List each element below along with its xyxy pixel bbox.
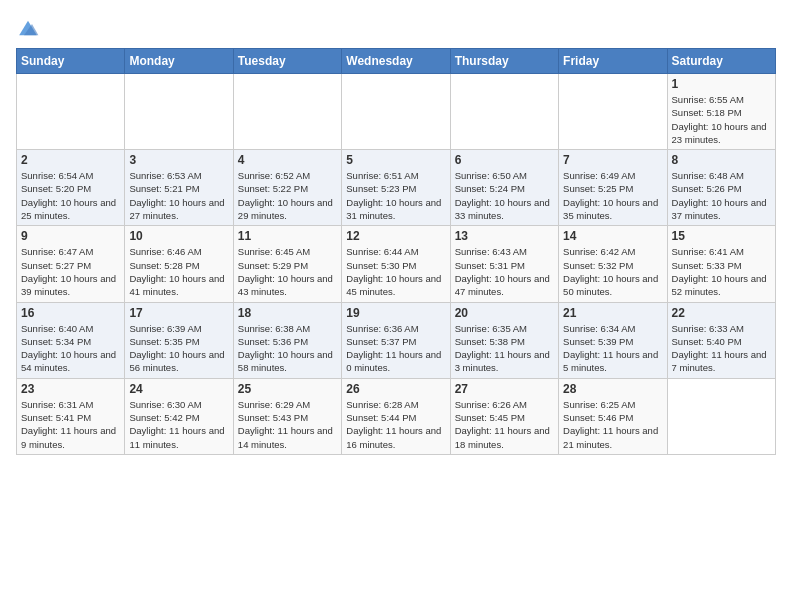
day-number: 25: [238, 382, 337, 396]
calendar-table: SundayMondayTuesdayWednesdayThursdayFrid…: [16, 48, 776, 455]
day-number: 5: [346, 153, 445, 167]
calendar-cell: 22Sunrise: 6:33 AM Sunset: 5:40 PM Dayli…: [667, 302, 775, 378]
day-number: 11: [238, 229, 337, 243]
calendar-cell: 10Sunrise: 6:46 AM Sunset: 5:28 PM Dayli…: [125, 226, 233, 302]
calendar-week-row: 2Sunrise: 6:54 AM Sunset: 5:20 PM Daylig…: [17, 150, 776, 226]
day-info: Sunrise: 6:35 AM Sunset: 5:38 PM Dayligh…: [455, 322, 554, 375]
calendar-cell: 26Sunrise: 6:28 AM Sunset: 5:44 PM Dayli…: [342, 378, 450, 454]
weekday-header: Wednesday: [342, 49, 450, 74]
day-info: Sunrise: 6:48 AM Sunset: 5:26 PM Dayligh…: [672, 169, 771, 222]
day-number: 20: [455, 306, 554, 320]
calendar-cell: 23Sunrise: 6:31 AM Sunset: 5:41 PM Dayli…: [17, 378, 125, 454]
day-info: Sunrise: 6:46 AM Sunset: 5:28 PM Dayligh…: [129, 245, 228, 298]
logo-icon: [16, 16, 40, 40]
day-number: 19: [346, 306, 445, 320]
day-info: Sunrise: 6:36 AM Sunset: 5:37 PM Dayligh…: [346, 322, 445, 375]
calendar-cell: 16Sunrise: 6:40 AM Sunset: 5:34 PM Dayli…: [17, 302, 125, 378]
day-info: Sunrise: 6:50 AM Sunset: 5:24 PM Dayligh…: [455, 169, 554, 222]
calendar-cell: 19Sunrise: 6:36 AM Sunset: 5:37 PM Dayli…: [342, 302, 450, 378]
calendar-cell: [559, 74, 667, 150]
day-number: 28: [563, 382, 662, 396]
day-number: 16: [21, 306, 120, 320]
day-number: 12: [346, 229, 445, 243]
day-info: Sunrise: 6:43 AM Sunset: 5:31 PM Dayligh…: [455, 245, 554, 298]
day-info: Sunrise: 6:39 AM Sunset: 5:35 PM Dayligh…: [129, 322, 228, 375]
calendar-cell: 24Sunrise: 6:30 AM Sunset: 5:42 PM Dayli…: [125, 378, 233, 454]
calendar-cell: 18Sunrise: 6:38 AM Sunset: 5:36 PM Dayli…: [233, 302, 341, 378]
calendar-cell: 27Sunrise: 6:26 AM Sunset: 5:45 PM Dayli…: [450, 378, 558, 454]
logo: [16, 16, 44, 40]
day-number: 13: [455, 229, 554, 243]
calendar-cell: 2Sunrise: 6:54 AM Sunset: 5:20 PM Daylig…: [17, 150, 125, 226]
calendar-cell: 8Sunrise: 6:48 AM Sunset: 5:26 PM Daylig…: [667, 150, 775, 226]
weekday-header-row: SundayMondayTuesdayWednesdayThursdayFrid…: [17, 49, 776, 74]
day-number: 4: [238, 153, 337, 167]
calendar-cell: 9Sunrise: 6:47 AM Sunset: 5:27 PM Daylig…: [17, 226, 125, 302]
calendar-cell: [342, 74, 450, 150]
calendar-cell: [450, 74, 558, 150]
day-info: Sunrise: 6:25 AM Sunset: 5:46 PM Dayligh…: [563, 398, 662, 451]
day-info: Sunrise: 6:41 AM Sunset: 5:33 PM Dayligh…: [672, 245, 771, 298]
day-number: 3: [129, 153, 228, 167]
day-number: 15: [672, 229, 771, 243]
day-number: 14: [563, 229, 662, 243]
day-info: Sunrise: 6:49 AM Sunset: 5:25 PM Dayligh…: [563, 169, 662, 222]
day-number: 18: [238, 306, 337, 320]
calendar-cell: [667, 378, 775, 454]
weekday-header: Tuesday: [233, 49, 341, 74]
calendar-cell: 4Sunrise: 6:52 AM Sunset: 5:22 PM Daylig…: [233, 150, 341, 226]
day-info: Sunrise: 6:45 AM Sunset: 5:29 PM Dayligh…: [238, 245, 337, 298]
day-info: Sunrise: 6:51 AM Sunset: 5:23 PM Dayligh…: [346, 169, 445, 222]
calendar-cell: 21Sunrise: 6:34 AM Sunset: 5:39 PM Dayli…: [559, 302, 667, 378]
day-info: Sunrise: 6:55 AM Sunset: 5:18 PM Dayligh…: [672, 93, 771, 146]
day-number: 27: [455, 382, 554, 396]
day-number: 2: [21, 153, 120, 167]
weekday-header: Friday: [559, 49, 667, 74]
day-info: Sunrise: 6:26 AM Sunset: 5:45 PM Dayligh…: [455, 398, 554, 451]
header: [16, 16, 776, 40]
day-number: 9: [21, 229, 120, 243]
day-number: 23: [21, 382, 120, 396]
day-number: 22: [672, 306, 771, 320]
day-number: 6: [455, 153, 554, 167]
day-info: Sunrise: 6:38 AM Sunset: 5:36 PM Dayligh…: [238, 322, 337, 375]
calendar-cell: 13Sunrise: 6:43 AM Sunset: 5:31 PM Dayli…: [450, 226, 558, 302]
day-number: 8: [672, 153, 771, 167]
calendar-cell: 12Sunrise: 6:44 AM Sunset: 5:30 PM Dayli…: [342, 226, 450, 302]
calendar-cell: 15Sunrise: 6:41 AM Sunset: 5:33 PM Dayli…: [667, 226, 775, 302]
day-number: 7: [563, 153, 662, 167]
day-info: Sunrise: 6:34 AM Sunset: 5:39 PM Dayligh…: [563, 322, 662, 375]
calendar-cell: [17, 74, 125, 150]
day-info: Sunrise: 6:31 AM Sunset: 5:41 PM Dayligh…: [21, 398, 120, 451]
weekday-header: Sunday: [17, 49, 125, 74]
calendar-cell: 17Sunrise: 6:39 AM Sunset: 5:35 PM Dayli…: [125, 302, 233, 378]
day-info: Sunrise: 6:42 AM Sunset: 5:32 PM Dayligh…: [563, 245, 662, 298]
day-info: Sunrise: 6:53 AM Sunset: 5:21 PM Dayligh…: [129, 169, 228, 222]
day-info: Sunrise: 6:40 AM Sunset: 5:34 PM Dayligh…: [21, 322, 120, 375]
day-number: 24: [129, 382, 228, 396]
calendar-cell: [233, 74, 341, 150]
calendar-cell: 1Sunrise: 6:55 AM Sunset: 5:18 PM Daylig…: [667, 74, 775, 150]
weekday-header: Thursday: [450, 49, 558, 74]
day-info: Sunrise: 6:28 AM Sunset: 5:44 PM Dayligh…: [346, 398, 445, 451]
calendar-cell: 7Sunrise: 6:49 AM Sunset: 5:25 PM Daylig…: [559, 150, 667, 226]
calendar-cell: 14Sunrise: 6:42 AM Sunset: 5:32 PM Dayli…: [559, 226, 667, 302]
calendar-cell: 3Sunrise: 6:53 AM Sunset: 5:21 PM Daylig…: [125, 150, 233, 226]
day-info: Sunrise: 6:30 AM Sunset: 5:42 PM Dayligh…: [129, 398, 228, 451]
day-number: 10: [129, 229, 228, 243]
calendar-week-row: 16Sunrise: 6:40 AM Sunset: 5:34 PM Dayli…: [17, 302, 776, 378]
calendar-cell: 5Sunrise: 6:51 AM Sunset: 5:23 PM Daylig…: [342, 150, 450, 226]
day-info: Sunrise: 6:29 AM Sunset: 5:43 PM Dayligh…: [238, 398, 337, 451]
day-number: 26: [346, 382, 445, 396]
calendar-cell: [125, 74, 233, 150]
day-info: Sunrise: 6:47 AM Sunset: 5:27 PM Dayligh…: [21, 245, 120, 298]
day-info: Sunrise: 6:52 AM Sunset: 5:22 PM Dayligh…: [238, 169, 337, 222]
calendar-week-row: 1Sunrise: 6:55 AM Sunset: 5:18 PM Daylig…: [17, 74, 776, 150]
day-info: Sunrise: 6:54 AM Sunset: 5:20 PM Dayligh…: [21, 169, 120, 222]
day-number: 21: [563, 306, 662, 320]
calendar-cell: 28Sunrise: 6:25 AM Sunset: 5:46 PM Dayli…: [559, 378, 667, 454]
day-number: 1: [672, 77, 771, 91]
calendar-week-row: 9Sunrise: 6:47 AM Sunset: 5:27 PM Daylig…: [17, 226, 776, 302]
day-info: Sunrise: 6:44 AM Sunset: 5:30 PM Dayligh…: [346, 245, 445, 298]
calendar-cell: 11Sunrise: 6:45 AM Sunset: 5:29 PM Dayli…: [233, 226, 341, 302]
